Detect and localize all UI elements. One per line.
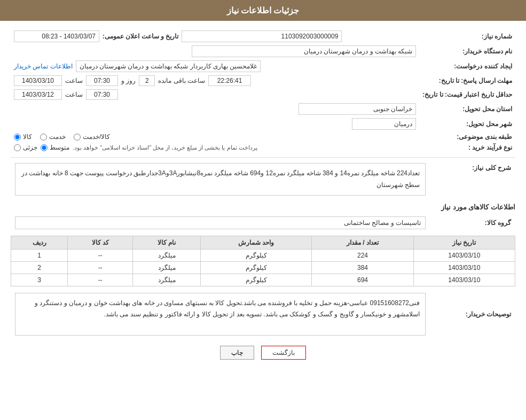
- col-tedad: تعداد / مقدار: [312, 236, 413, 250]
- ostan-value: خراسان جنوبی: [299, 103, 416, 115]
- cell-nam: میلگرد: [133, 274, 201, 286]
- cell-radif: 3: [11, 274, 68, 286]
- cell-nam: میلگرد: [133, 262, 201, 274]
- nooe-farayand-label: نوع فرآیند خرید :: [419, 142, 515, 153]
- idad-konande-label: ایجاد کننده درخواست:: [419, 59, 515, 74]
- table-row: 1403/03/10 384 کیلوگرم میلگرد -- 2: [11, 262, 515, 274]
- cell-tarikh: 1403/03/10: [413, 262, 515, 274]
- tawsihat-value: فنی09151608272 عباسی-هزینه حمل و تخلیه ب…: [15, 293, 426, 336]
- shomare-niaz-label: شماره نیاز:: [419, 29, 515, 44]
- footer-buttons: بازگشت چاپ: [11, 346, 515, 368]
- radio-kala-khadamat[interactable]: کالا/خدمت: [74, 133, 110, 141]
- cell-vahed: کیلوگرم: [201, 250, 312, 262]
- mohlat-rooz-val: 2: [139, 75, 155, 86]
- taarikh-etela-label: تاریخ و ساعت اعلان عمومی:: [103, 33, 178, 40]
- nooe-farayand-desc: پرداخت تمام یا بخشی از مبلغ خرید، از محل…: [73, 144, 257, 151]
- radio-khadamat-label: خدمت: [49, 133, 66, 141]
- col-nam: نام کالا: [133, 236, 201, 250]
- hadaqal-time-label: ساعت: [65, 91, 83, 98]
- btn-bazgasht[interactable]: بازگشت: [261, 346, 306, 360]
- cell-vahed: کیلوگرم: [201, 274, 312, 286]
- cell-vahed: کیلوگرم: [201, 262, 312, 274]
- btn-chap[interactable]: چاپ: [220, 346, 254, 360]
- mohlat-saat-label: ساعت باقی مانده: [158, 77, 205, 84]
- cell-kod: --: [68, 262, 133, 274]
- mohlat-time: 07:30: [86, 75, 118, 86]
- cell-kod: --: [68, 274, 133, 286]
- sherh-label: شرح کلی نیاز:: [430, 161, 515, 198]
- col-kod: کد کالا: [68, 236, 133, 250]
- radio-kala-label: کالا: [23, 133, 32, 141]
- hadaqal-date: 1403/03/12: [14, 89, 62, 100]
- table-row: 1403/03/10 694 کیلوگرم میلگرد -- 3: [11, 274, 515, 286]
- radio-motevaset-label: متوسط: [50, 144, 69, 151]
- gorohe-kala-label: گروه کالا:: [430, 214, 515, 231]
- mohlat-time-label: ساعت: [65, 77, 83, 84]
- sherh-value: تعداد224 شاخه میلگرد نمره14 و 384 شاخه م…: [15, 163, 426, 196]
- radio-kala-khadamat-label: کالا/خدمت: [83, 133, 110, 141]
- cell-tarikh: 1403/03/10: [413, 274, 515, 286]
- mohlat-label: مهلت ارسال پاسخ: تا تاریخ:: [419, 74, 515, 88]
- cell-radif: 2: [11, 262, 68, 274]
- tawsihat-label: توصیحات خریدار:: [430, 291, 515, 338]
- cell-kod: --: [68, 250, 133, 262]
- page-header: جزئیات اطلاعات نیاز: [0, 0, 526, 21]
- tabaqe-label: طبقه بندی موضوعی:: [419, 131, 515, 142]
- idad-konande-value: غلامحسین بهاری کاربردار شبکه بهداشت و در…: [76, 60, 261, 72]
- ostan-label: استان محل تحویل:: [419, 102, 515, 116]
- mohlat-rooz-label: روز و: [121, 77, 136, 84]
- table-row: 1403/03/10 224 کیلوگرم میلگرد -- 1: [11, 250, 515, 262]
- shahr-label: شهر محل تحویل:: [419, 116, 515, 131]
- cell-tedad: 224: [312, 250, 413, 262]
- gorohe-kala-value: تاسیسات و مصالح ساختمانی: [15, 216, 426, 229]
- taarikh-etela-value: 1403/03/07 - 08:23: [14, 30, 99, 42]
- radio-jozee-label: جزئی: [23, 144, 37, 151]
- shomare-niaz-value: 1103092003000009: [182, 30, 342, 42]
- hadaqal-time: 07:30: [86, 89, 118, 100]
- cell-tedad: 384: [312, 262, 413, 274]
- radio-kala[interactable]: کالا: [14, 133, 32, 141]
- mohlat-date: 1403/03/10: [14, 75, 62, 86]
- shahr-value: درمیان: [352, 118, 416, 130]
- radio-motevaset[interactable]: متوسط: [41, 144, 69, 151]
- radio-khadamat[interactable]: خدمت: [40, 133, 66, 141]
- goods-table: تاریخ نیاز تعداد / مقدار واحد شمارش نام …: [11, 236, 515, 286]
- hadaqal-label: حداقل تاریخ اعتبار قیمت: تا تاریخ:: [419, 88, 515, 102]
- radio-jozee[interactable]: جزئی: [14, 144, 37, 151]
- etelaate-tamas-link[interactable]: اطلاعات تماس خریدار: [14, 63, 73, 70]
- cell-tarikh: 1403/03/10: [413, 250, 515, 262]
- cell-tedad: 694: [312, 274, 413, 286]
- col-tarikh: تاریخ نیاز: [413, 236, 515, 250]
- col-radif: ردیف: [11, 236, 68, 250]
- name-dastgah-label: نام دستگاه خریدار:: [419, 44, 515, 59]
- col-vahed: واحد شمارش: [201, 236, 312, 250]
- kalahai-section-title: اطلاعات کالاهای مورد نیاز: [11, 203, 515, 211]
- mohlat-remaining: 22:26:41: [208, 75, 251, 86]
- cell-nam: میلگرد: [133, 250, 201, 262]
- cell-radif: 1: [11, 250, 68, 262]
- name-dastgah-value: شبکه بهداشت و درمان شهرستان درمیان: [192, 45, 416, 57]
- page-title: جزئیات اطلاعات نیاز: [227, 6, 300, 15]
